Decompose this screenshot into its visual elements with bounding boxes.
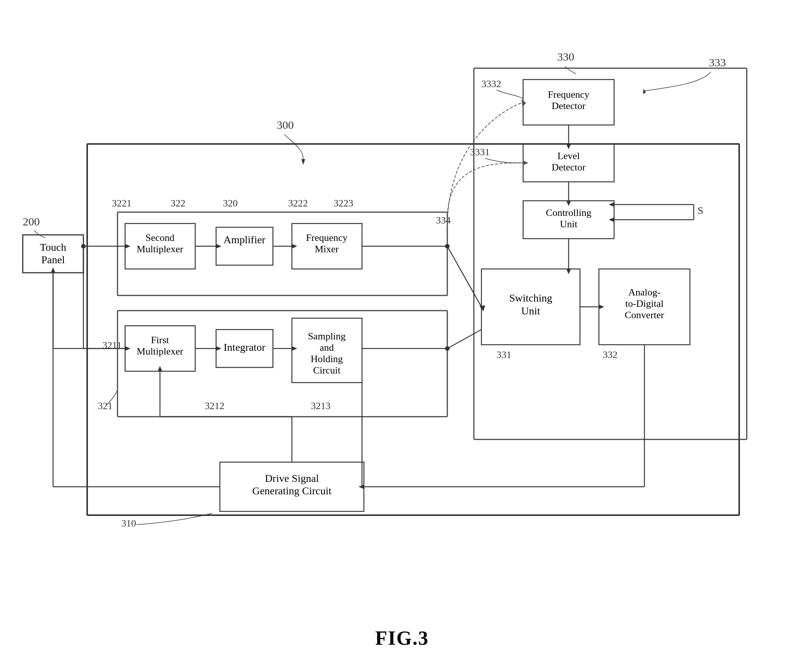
svg-text:310: 310 (121, 518, 136, 529)
svg-text:to-Digital: to-Digital (625, 298, 663, 309)
svg-text:Holding: Holding (310, 354, 343, 364)
svg-text:Mixer: Mixer (315, 243, 339, 254)
svg-text:Unit: Unit (521, 305, 540, 317)
svg-text:Unit: Unit (560, 219, 578, 230)
svg-text:3213: 3213 (311, 400, 330, 411)
svg-text:and: and (320, 342, 334, 353)
svg-text:Drive Signal: Drive Signal (265, 472, 319, 484)
figure-label: FIG.3 (375, 627, 429, 649)
svg-text:334: 334 (436, 215, 451, 226)
svg-text:Detector: Detector (552, 100, 586, 111)
svg-text:Touch: Touch (40, 241, 66, 253)
svg-text:Converter: Converter (625, 310, 664, 320)
svg-text:332: 332 (603, 349, 618, 360)
svg-text:Detector: Detector (552, 162, 586, 173)
svg-text:First: First (151, 334, 169, 346)
svg-text:Frequency: Frequency (306, 232, 348, 243)
svg-text:331: 331 (497, 349, 511, 360)
svg-text:3222: 3222 (288, 198, 308, 209)
svg-text:320: 320 (223, 198, 238, 209)
svg-text:3212: 3212 (205, 400, 224, 411)
svg-text:3223: 3223 (333, 198, 353, 209)
svg-text:S: S (698, 205, 704, 216)
svg-text:300: 300 (277, 119, 294, 131)
svg-text:3221: 3221 (112, 198, 132, 209)
svg-text:Generating Circuit: Generating Circuit (252, 485, 331, 497)
svg-text:322: 322 (171, 198, 185, 209)
svg-text:321: 321 (98, 400, 113, 411)
svg-text:Integrator: Integrator (224, 341, 266, 353)
svg-text:Circuit: Circuit (313, 365, 341, 376)
svg-text:Switching: Switching (509, 292, 552, 304)
svg-text:Second: Second (145, 232, 175, 243)
svg-text:333: 333 (709, 56, 726, 69)
svg-text:Analog-: Analog- (628, 287, 660, 298)
svg-text:Panel: Panel (41, 254, 65, 266)
svg-text:Multiplexer: Multiplexer (137, 243, 183, 254)
svg-text:Controlling: Controlling (546, 207, 592, 218)
svg-text:3211: 3211 (102, 340, 122, 351)
svg-rect-0 (0, 0, 804, 672)
svg-text:Sampling: Sampling (308, 331, 346, 342)
svg-text:Amplifier: Amplifier (224, 234, 266, 245)
svg-text:3332: 3332 (481, 78, 501, 90)
svg-text:200: 200 (23, 215, 40, 228)
svg-text:Level: Level (557, 150, 580, 161)
svg-text:330: 330 (557, 51, 574, 63)
svg-text:Multiplexer: Multiplexer (137, 346, 183, 357)
diagram-container: Touch Panel Second Multiplexer Amplifier… (0, 0, 804, 672)
svg-text:Frequency: Frequency (548, 89, 590, 100)
svg-text:3331: 3331 (470, 147, 490, 158)
